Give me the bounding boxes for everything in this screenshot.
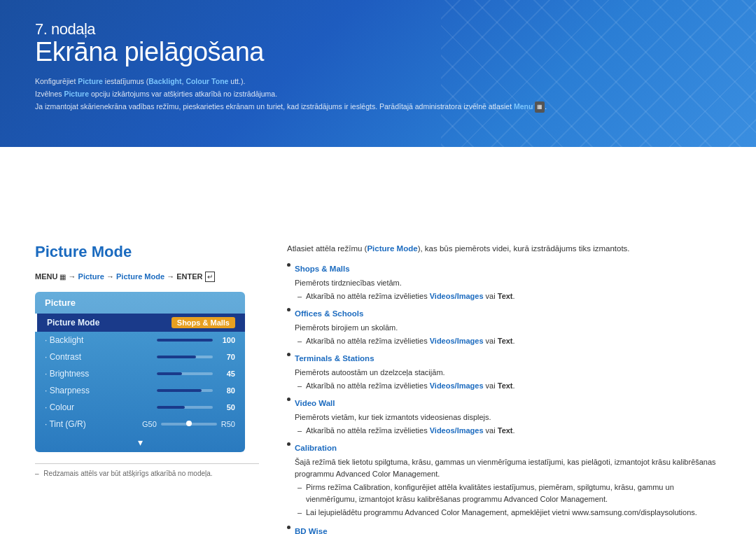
contrast-row[interactable]: · Contrast 70	[35, 349, 245, 365]
row-value-shops-malls: Shops & Malls	[172, 317, 235, 328]
chapter-title: 7. nodaļa Ekrāna pielāgošana	[35, 21, 721, 67]
backlight-row[interactable]: · Backlight 100	[35, 332, 245, 349]
tint-row[interactable]: · Tint (G/R) G50 R50	[35, 416, 245, 433]
right-column: Atlasiet attēla režīmu (Picture Mode), k…	[287, 243, 721, 534]
row-label-picture-mode: Picture Mode	[47, 318, 99, 328]
bullet-icon	[287, 263, 290, 267]
picture-mode-row[interactable]: Picture Mode Shops & Malls	[35, 314, 245, 332]
chevron-down[interactable]: ▾	[35, 433, 245, 452]
mode-calibration: Calibration Šajā režīmā tiek lietotu spi…	[287, 442, 721, 520]
bullet-icon	[287, 398, 290, 401]
mode-shops-malls: Shops & Malls Piemērots tirdzniecības vi…	[287, 263, 721, 302]
picture-panel: Picture Picture Mode Shops & Malls · Bac…	[35, 292, 245, 452]
chevron-down-icon: ▾	[138, 437, 143, 448]
mode-offices-schools: Offices & Schools Piemērots birojiem un …	[287, 308, 721, 347]
menu-path: MENU ▦ → Picture → Picture Mode → ENTER …	[35, 272, 259, 281]
mode-terminals-stations: Terminals & Stations Piemērots autoostām…	[287, 353, 721, 392]
brightness-row[interactable]: · Brightness 45	[35, 365, 245, 382]
mode-video-wall: Video Wall Piemērots vietām, kur tiek iz…	[287, 398, 721, 437]
bullet-icon	[287, 353, 290, 356]
colour-row[interactable]: · Colour 50	[35, 399, 245, 416]
header-notes: Konfigurējiet Picture iestatījumus (Back…	[35, 76, 721, 113]
panel-header: Picture	[35, 292, 245, 314]
bullet-icon	[287, 442, 290, 446]
bullet-icon	[287, 526, 290, 529]
mode-bd-wise: BD Wise Nodrošina optimālu attēla kvalit…	[287, 526, 721, 534]
section-title: Picture Mode	[35, 243, 259, 261]
sharpness-row[interactable]: · Sharpness 80	[35, 382, 245, 399]
modes-list: Shops & Malls Piemērots tirdzniecības vi…	[287, 263, 721, 534]
footnote: – Redzamais attēls var būt atšķirīgs atk…	[35, 463, 259, 477]
bullet-icon	[287, 308, 290, 311]
intro-text: Atlasiet attēla režīmu (Picture Mode), k…	[287, 243, 721, 255]
left-column: Picture Mode MENU ▦ → Picture → Picture …	[35, 243, 259, 534]
